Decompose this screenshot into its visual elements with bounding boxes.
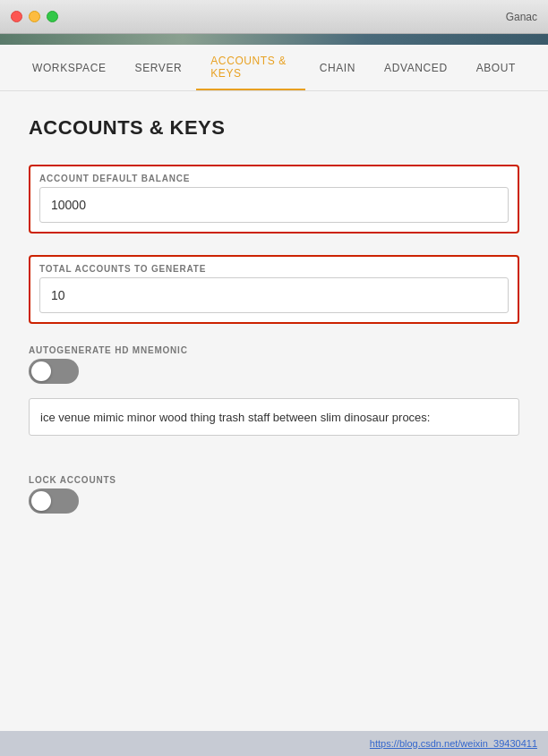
total-accounts-label: TOTAL ACCOUNTS TO GENERATE [39,264,509,274]
nav-server[interactable]: SERVER [121,45,197,90]
autogenerate-toggle[interactable] [29,359,79,384]
nav-chain[interactable]: CHAIN [305,45,370,90]
titlebar: Ganac [0,0,548,34]
mnemonic-input[interactable] [29,398,519,436]
minimize-button[interactable] [29,11,40,22]
lock-toggle-track [29,488,79,514]
nav-workspace[interactable]: WORKSPACE [18,45,121,90]
footer-link[interactable]: https://blog.csdn.net/weixin_39430411 [370,738,537,749]
lock-accounts-toggle[interactable] [29,488,79,514]
bottom-bar: https://blog.csdn.net/weixin_39430411 [0,731,548,756]
close-button[interactable] [11,11,22,22]
nav-about[interactable]: ABOUT [462,45,530,90]
lock-toggle-thumb [31,491,51,511]
page-title: ACCOUNTS & KEYS [29,116,519,140]
traffic-lights [11,11,58,22]
mnemonic-group [29,398,519,454]
window-title: Ganac [506,11,537,23]
scenery-strip [0,34,548,45]
lock-accounts-group: LOCK ACCOUNTS [29,475,519,514]
maximize-button[interactable] [47,11,58,22]
toggle-thumb [31,361,51,381]
account-balance-label: ACCOUNT DEFAULT BALANCE [39,174,509,183]
autogenerate-label: AUTOGENERATE HD MNEMONIC [29,345,519,355]
main-window: WORKSPACE SERVER ACCOUNTS & KEYS CHAIN A… [0,45,548,731]
nav-accounts-keys[interactable]: ACCOUNTS & KEYS [196,45,304,90]
total-accounts-group: TOTAL ACCOUNTS TO GENERATE [29,255,519,324]
total-accounts-input[interactable] [39,277,509,313]
account-balance-group: ACCOUNT DEFAULT BALANCE [29,165,519,234]
account-balance-input[interactable] [39,187,509,223]
lock-accounts-label: LOCK ACCOUNTS [29,475,519,485]
content-area: ACCOUNTS & KEYS ACCOUNT DEFAULT BALANCE … [0,91,548,731]
navbar: WORKSPACE SERVER ACCOUNTS & KEYS CHAIN A… [0,45,548,91]
nav-advanced[interactable]: ADVANCED [370,45,462,90]
autogenerate-group: AUTOGENERATE HD MNEMONIC [29,345,519,384]
toggle-track [29,359,79,384]
